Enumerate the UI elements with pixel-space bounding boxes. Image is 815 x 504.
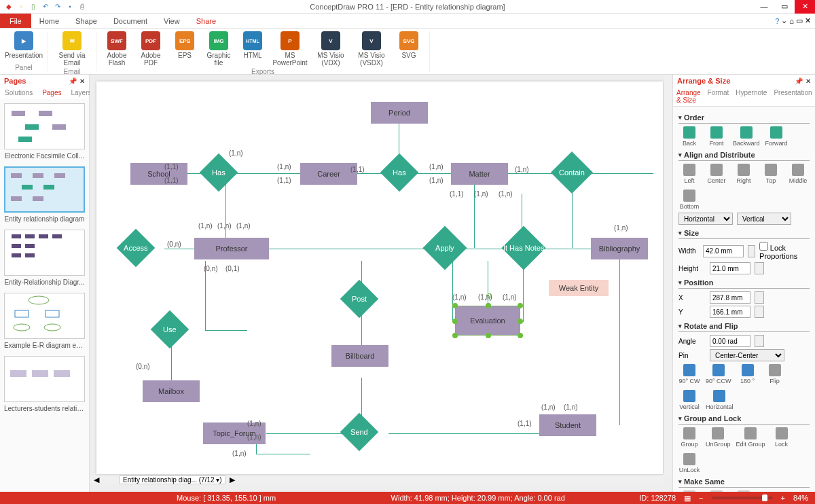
lock-proportions-checkbox[interactable]: Lock Proportions	[759, 242, 810, 260]
rel-use[interactable]: Use	[151, 310, 189, 349]
order-backward-button[interactable]: Backward	[733, 126, 760, 147]
rtab-arrange[interactable]: Arrange & Size	[673, 87, 704, 106]
thumb-item[interactable]: Entity-Relationship Diagr...	[4, 230, 85, 286]
spin-icon[interactable]	[755, 291, 764, 304]
section-position[interactable]: Position	[678, 278, 810, 289]
rel-access[interactable]: Access	[117, 229, 156, 268]
vertical-scrollbar[interactable]	[664, 75, 672, 475]
flip-v-button[interactable]: Vertical	[678, 390, 700, 410]
spin-icon[interactable]	[755, 262, 764, 274]
section-make-same[interactable]: Make Same	[678, 478, 810, 488]
unlock-button[interactable]: UnLock	[678, 453, 700, 473]
status-view-icon[interactable]: ▦	[684, 494, 691, 503]
tab-view[interactable]: View	[156, 14, 188, 28]
document-tab[interactable]: Entity relationship diag... (7/12 ▾)	[120, 475, 225, 484]
entity-mailbox[interactable]: Mailbox	[143, 380, 200, 402]
entity-evaluation-selected[interactable]: Evaluation ⟲	[455, 306, 520, 336]
export-vsdx-button[interactable]: VMS Visio (VSDX)	[353, 31, 390, 67]
section-size[interactable]: Size	[678, 229, 810, 239]
entity-professor[interactable]: Professor	[194, 238, 269, 259]
thumb-item[interactable]: Electronic Facsimile Coll...	[4, 103, 85, 160]
tab-document[interactable]: Document	[105, 14, 156, 28]
scroll-right-icon[interactable]: ▶	[225, 475, 239, 484]
section-group[interactable]: Group and Lock	[678, 414, 810, 425]
maximize-button[interactable]: ▭	[774, 0, 795, 14]
panel-close-icon[interactable]: ✕	[805, 77, 811, 85]
mdi-home-icon[interactable]: ⌂	[789, 17, 794, 25]
export-flash-button[interactable]: SWFAdobe Flash	[102, 31, 132, 67]
rtab-hypernote[interactable]: Hypernote	[732, 87, 770, 106]
presentation-button[interactable]: ▶Presentation	[5, 31, 42, 62]
spin-icon[interactable]	[755, 306, 764, 318]
save-icon[interactable]: ▪	[65, 2, 75, 12]
export-svg-button[interactable]: SVGSVG	[394, 31, 424, 67]
undo-icon[interactable]: ↶	[41, 2, 50, 12]
ptab-solutions[interactable]: Solutions	[0, 87, 37, 99]
flip-button[interactable]: Flip	[764, 364, 786, 384]
rotate-180-button[interactable]: 180 °	[737, 364, 759, 384]
entity-student[interactable]: Student	[539, 414, 596, 436]
distribute-horizontal-select[interactable]: Horizontal	[678, 213, 733, 225]
pos-x-input[interactable]	[710, 291, 750, 304]
rel-notes[interactable]: It Has Notes	[501, 226, 545, 270]
order-back-button[interactable]: Back	[678, 126, 700, 147]
export-graphic-button[interactable]: IMGGraphic file	[204, 31, 234, 67]
tab-file[interactable]: File	[0, 14, 31, 28]
close-button[interactable]: ✕	[795, 0, 815, 14]
align-top-button[interactable]: Top	[760, 164, 782, 184]
lock-button[interactable]: Lock	[771, 427, 793, 448]
rtab-presentation[interactable]: Presentation	[770, 87, 815, 106]
ungroup-button[interactable]: UnGroup	[706, 427, 731, 448]
rel-has1[interactable]: Has	[200, 154, 238, 192]
group-button[interactable]: Group	[678, 427, 700, 448]
height-input[interactable]	[710, 262, 750, 274]
export-html-button[interactable]: HTMLHTML	[238, 31, 268, 67]
entity-bibliography[interactable]: Bibliography	[591, 238, 648, 259]
zoom-slider[interactable]	[712, 497, 773, 499]
horizontal-scrollbar[interactable]: ◀ Entity relationship diag... (7/12 ▾) ▶	[90, 475, 664, 484]
pin-icon[interactable]: 📌	[795, 77, 803, 85]
export-ppt-button[interactable]: PMS PowerPoint	[272, 31, 308, 67]
width-input[interactable]	[703, 245, 744, 257]
edit-group-button[interactable]: Edit Group	[736, 427, 765, 448]
zoom-in-icon[interactable]: +	[781, 494, 785, 502]
flip-h-button[interactable]: Horizontal	[706, 390, 734, 410]
thumb-item-selected[interactable]: Entity relationship diagram	[4, 166, 85, 223]
thumb-item[interactable]: Example E-R diagram ext...	[4, 293, 85, 349]
ptab-pages[interactable]: Pages	[37, 87, 66, 99]
rotate-ccw-button[interactable]: 90° CCW	[706, 364, 731, 384]
section-order[interactable]: Order	[678, 113, 810, 124]
redo-icon[interactable]: ↷	[53, 2, 62, 12]
zoom-out-icon[interactable]: −	[699, 494, 703, 502]
angle-input[interactable]	[710, 335, 750, 347]
rotate-cw-button[interactable]: 90° CW	[678, 364, 700, 384]
new-icon[interactable]: ▫	[16, 2, 26, 12]
pin-select[interactable]: Center-Center	[710, 349, 784, 361]
open-icon[interactable]: ▯	[29, 2, 38, 12]
diagram-canvas[interactable]: Period School Career Matter Professor Bi…	[96, 82, 663, 474]
entity-weak[interactable]: Weak Entity	[549, 280, 609, 296]
align-center-button[interactable]: Center	[706, 164, 727, 184]
scroll-left-icon[interactable]: ◀	[90, 475, 103, 484]
align-bottom-button[interactable]: Bottom	[678, 190, 700, 210]
rel-send[interactable]: Send	[340, 413, 379, 452]
align-left-button[interactable]: Left	[678, 164, 700, 184]
entity-career[interactable]: Career	[300, 163, 357, 185]
order-front-button[interactable]: Front	[706, 126, 727, 147]
rel-post[interactable]: Post	[340, 280, 379, 319]
entity-period[interactable]: Period	[371, 102, 428, 124]
tab-home[interactable]: Home	[31, 14, 67, 28]
rel-contain[interactable]: Contain	[551, 151, 593, 194]
entity-school[interactable]: School	[130, 163, 187, 185]
distribute-vertical-select[interactable]: Vertical	[737, 213, 791, 225]
tab-share[interactable]: Share	[188, 14, 224, 28]
panel-close-icon[interactable]: ✕	[79, 77, 85, 85]
spin-icon[interactable]	[748, 245, 755, 257]
rtab-format[interactable]: Format	[704, 87, 733, 106]
minimize-button[interactable]: —	[754, 0, 774, 14]
spin-icon[interactable]	[755, 335, 764, 347]
mdi-restore-icon[interactable]: ▭	[796, 16, 803, 25]
order-forward-button[interactable]: Forward	[765, 126, 788, 147]
tab-shape[interactable]: Shape	[67, 14, 105, 28]
align-middle-button[interactable]: Middle	[787, 164, 809, 184]
